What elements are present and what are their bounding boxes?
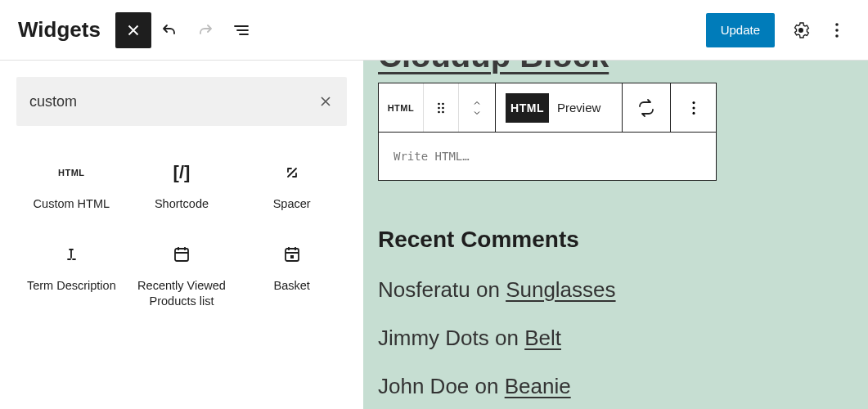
- list-view-icon: [232, 20, 251, 40]
- transform-button[interactable]: [623, 83, 671, 132]
- preview-tab[interactable]: Preview: [549, 101, 612, 115]
- chevron-down-icon: [470, 108, 484, 118]
- chevron-up-icon: [470, 98, 484, 108]
- loop-icon: [636, 98, 656, 118]
- block-label: Basket: [273, 278, 309, 294]
- comment-item: Jimmy Dots on Belt: [378, 326, 850, 351]
- html-placeholder: Write HTML…: [394, 150, 470, 163]
- block-label: Term Description: [27, 278, 116, 294]
- html-preview-toggle: HTML Preview: [496, 83, 623, 132]
- search-input[interactable]: [29, 93, 317, 110]
- close-icon: [124, 21, 142, 39]
- html-input-area[interactable]: Write HTML…: [379, 133, 716, 180]
- spacer-icon: [282, 160, 302, 185]
- more-vertical-icon: [827, 20, 847, 40]
- html-icon: HTML: [58, 160, 85, 185]
- comment-on: on: [475, 374, 499, 398]
- page-title: Widgets: [18, 17, 101, 43]
- svg-point-13: [692, 106, 695, 109]
- svg-rect-5: [290, 255, 294, 258]
- html-icon: HTML: [388, 103, 415, 113]
- block-label: Recently Viewed Products list: [130, 278, 234, 310]
- html-tab[interactable]: HTML: [506, 93, 549, 123]
- undo-button[interactable]: [151, 12, 187, 48]
- comment-post-link[interactable]: Beanie: [505, 374, 571, 398]
- editor-canvas: Cloudup Block HTML HTML Preview: [363, 61, 868, 409]
- block-grid: HTML Custom HTML [/] Shortcode Spacer Te…: [16, 155, 347, 315]
- more-options-button[interactable]: [819, 12, 855, 48]
- block-spacer[interactable]: Spacer: [236, 155, 347, 218]
- block-recently-viewed[interactable]: Recently Viewed Products list: [127, 237, 237, 315]
- comment-author: Jimmy Dots: [378, 326, 489, 350]
- svg-point-11: [442, 110, 444, 113]
- svg-point-10: [438, 110, 440, 113]
- list-view-button[interactable]: [223, 12, 259, 48]
- svg-point-8: [438, 106, 440, 109]
- block-label: Spacer: [273, 196, 311, 213]
- block-type-button[interactable]: HTML: [379, 83, 424, 132]
- svg-rect-4: [286, 249, 299, 261]
- block-custom-html[interactable]: HTML Custom HTML: [16, 155, 127, 218]
- gear-icon: [791, 20, 811, 40]
- svg-point-2: [835, 34, 839, 38]
- settings-button[interactable]: [783, 12, 819, 48]
- comment-author: Nosferatu: [378, 277, 470, 302]
- redo-icon: [196, 20, 215, 40]
- html-block: HTML HTML Preview: [378, 83, 717, 181]
- comment-on: on: [476, 277, 500, 302]
- block-toolbar: HTML HTML Preview: [379, 83, 716, 133]
- block-more-button[interactable]: [671, 83, 716, 132]
- svg-point-7: [442, 102, 444, 105]
- update-button[interactable]: Update: [706, 13, 775, 47]
- svg-point-1: [835, 29, 839, 32]
- block-inserter-panel: HTML Custom HTML [/] Shortcode Spacer Te…: [0, 61, 363, 409]
- comment-post-link[interactable]: Sunglasses: [506, 277, 615, 302]
- block-shortcode[interactable]: [/] Shortcode: [127, 155, 237, 218]
- svg-point-14: [692, 111, 695, 114]
- svg-point-0: [835, 23, 839, 26]
- main: HTML Custom HTML [/] Shortcode Spacer Te…: [0, 61, 868, 409]
- block-term-description[interactable]: Term Description: [16, 237, 127, 315]
- drag-icon: [433, 100, 449, 116]
- block-label: Custom HTML: [34, 196, 110, 213]
- comment-item: Nosferatu on Sunglasses: [378, 277, 850, 303]
- block-label: Shortcode: [155, 196, 209, 213]
- svg-point-6: [438, 102, 440, 105]
- more-vertical-icon: [685, 99, 703, 117]
- comment-on: on: [495, 326, 519, 350]
- close-icon: [317, 93, 334, 110]
- move-buttons[interactable]: [459, 83, 496, 132]
- comment-author: John Doe: [378, 374, 469, 398]
- drag-handle[interactable]: [424, 83, 459, 132]
- recent-comments-heading: Recent Comments: [378, 227, 850, 253]
- topbar: Widgets Update: [0, 0, 868, 61]
- undo-icon: [160, 20, 179, 40]
- cloudup-heading: Cloudup Block: [378, 61, 850, 74]
- close-inserter-button[interactable]: [115, 12, 151, 48]
- shortcode-icon: [/]: [173, 160, 191, 185]
- comment-item: John Doe on Beanie: [378, 374, 850, 399]
- svg-point-9: [442, 106, 444, 109]
- clear-search-button[interactable]: [317, 93, 334, 110]
- search-box: [16, 77, 347, 126]
- svg-rect-3: [175, 249, 188, 261]
- redo-button[interactable]: [187, 12, 223, 48]
- basket-icon: [282, 242, 302, 267]
- term-description-icon: [61, 242, 81, 267]
- block-basket[interactable]: Basket: [236, 237, 347, 315]
- calendar-icon: [172, 242, 191, 267]
- svg-point-12: [692, 101, 695, 104]
- comment-post-link[interactable]: Belt: [524, 326, 561, 350]
